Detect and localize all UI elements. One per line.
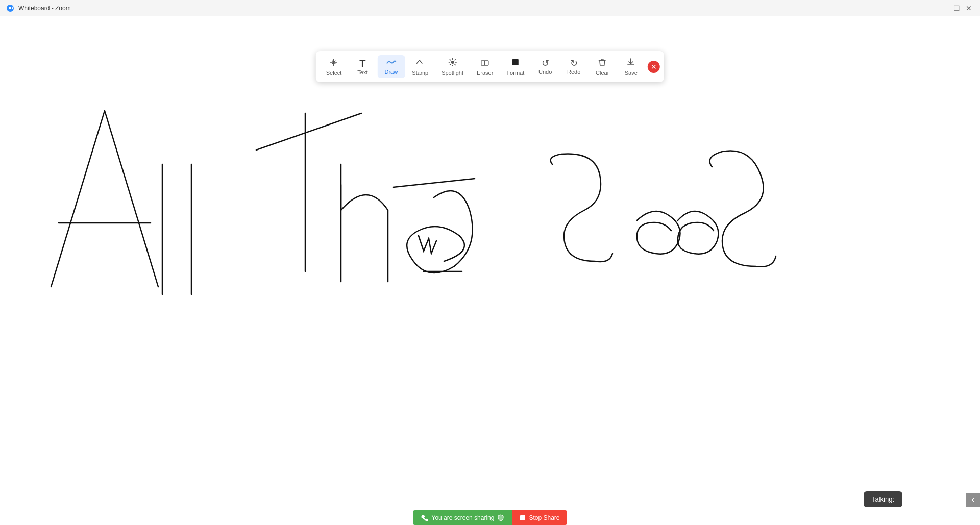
title-bar: Whiteboard - Zoom — ☐ ✕ (0, 0, 980, 16)
phone-icon (421, 514, 428, 521)
talking-label: Talking: (872, 495, 894, 503)
format-icon (510, 57, 521, 69)
svg-line-6 (450, 59, 451, 60)
window-controls: — ☐ ✕ (939, 3, 974, 13)
stamp-icon (415, 57, 425, 69)
minimize-button[interactable]: — (939, 3, 949, 13)
svg-rect-13 (520, 515, 525, 520)
svg-point-1 (451, 61, 454, 64)
select-icon (329, 57, 339, 69)
svg-line-9 (450, 64, 451, 65)
right-edge-button[interactable] (966, 493, 980, 507)
stamp-tool-button[interactable]: Stamp (406, 54, 434, 79)
text-tool-button[interactable]: T Text (349, 55, 376, 79)
select-tool-button[interactable]: Select (320, 54, 348, 79)
text-icon: T (359, 58, 365, 68)
zoom-logo-icon (6, 4, 14, 12)
save-icon (626, 57, 636, 69)
redo-button[interactable]: ↻ Redo (560, 56, 587, 78)
window-title: Whiteboard - Zoom (18, 5, 71, 12)
svg-line-7 (454, 64, 455, 65)
whiteboard-area: Select T Text Draw Stamp (0, 16, 980, 525)
eraser-label: Eraser (477, 70, 493, 76)
screen-sharing-badge: You are screen sharing (413, 510, 512, 525)
window-close-button[interactable]: ✕ (964, 3, 974, 13)
undo-button[interactable]: ↺ Undo (531, 56, 559, 78)
draw-tool-button[interactable]: Draw (377, 55, 405, 78)
draw-icon (386, 58, 396, 68)
save-label: Save (625, 70, 638, 76)
undo-label: Undo (538, 69, 552, 75)
toolbar-close-button[interactable]: ✕ (648, 61, 660, 73)
status-bar: You are screen sharing Stop Share (0, 510, 980, 525)
stop-share-button[interactable]: Stop Share (512, 510, 567, 525)
talking-badge: Talking: (864, 491, 902, 507)
save-button[interactable]: Save (617, 54, 645, 79)
select-label: Select (326, 70, 342, 76)
stop-share-icon (520, 515, 526, 521)
chevron-left-icon (970, 497, 975, 503)
stamp-label: Stamp (412, 70, 428, 76)
undo-icon: ↺ (542, 59, 549, 68)
draw-label: Draw (385, 69, 398, 75)
maximize-button[interactable]: ☐ (951, 3, 962, 13)
redo-icon: ↻ (570, 59, 578, 68)
eraser-tool-button[interactable]: Eraser (471, 54, 499, 79)
clear-button[interactable]: Clear (589, 54, 616, 79)
text-label: Text (357, 69, 368, 76)
clear-label: Clear (596, 70, 609, 76)
format-tool-button[interactable]: Format (500, 54, 530, 79)
format-label: Format (506, 70, 524, 76)
shield-icon (497, 514, 504, 521)
spotlight-label: Spotlight (442, 70, 463, 76)
stop-share-label: Stop Share (529, 514, 559, 521)
drawing-canvas[interactable] (0, 16, 980, 525)
redo-label: Redo (567, 69, 580, 75)
svg-rect-12 (512, 59, 519, 65)
toolbar: Select T Text Draw Stamp (316, 51, 664, 82)
spotlight-icon (448, 57, 458, 69)
screen-sharing-text: You are screen sharing (431, 514, 494, 521)
clear-icon (597, 57, 607, 69)
eraser-icon (480, 57, 490, 69)
spotlight-tool-button[interactable]: Spotlight (435, 54, 470, 79)
svg-line-8 (454, 59, 455, 60)
title-bar-left: Whiteboard - Zoom (6, 4, 71, 12)
